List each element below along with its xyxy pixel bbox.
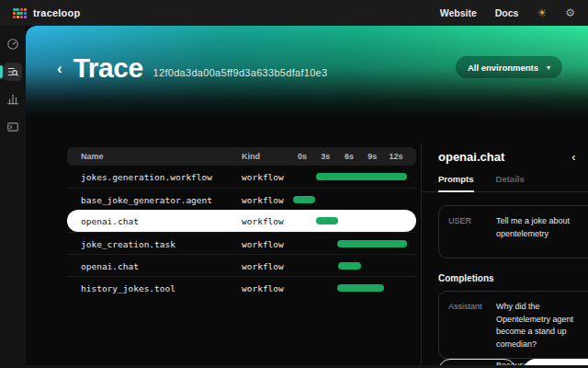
brand-name: traceloop [33,7,80,18]
sidebar-nav [0,26,26,368]
table-row[interactable]: jokes.generation.workflow workflow [67,166,416,188]
span-duration-track [293,189,409,211]
span-kind: workflow [242,283,284,293]
span-duration-bar [337,240,407,247]
content-row: Name Kind 0s 3s 6s 9s 12s jokes.generati… [51,144,588,368]
span-kind: workflow [242,195,284,205]
span-list-area: Name Kind 0s 3s 6s 9s 12s jokes.generati… [51,144,421,368]
span-duration-track [293,255,409,277]
sidebar-item-analytics[interactable] [4,90,22,109]
sidebar-item-traces[interactable] [4,63,22,81]
span-kind: workflow [242,261,284,271]
span-duration-bar [316,173,407,180]
span-name: jokes.generation.workflow [81,172,212,182]
span-table: Name Kind 0s 3s 6s 9s 12s jokes.generati… [67,147,416,298]
brand[interactable]: traceloop [13,7,80,18]
table-row[interactable]: openai.chat workflow [67,210,416,232]
chevron-down-icon: ▾ [547,63,550,72]
website-link[interactable]: Website [440,7,477,18]
tab-prompts[interactable]: Prompts [438,174,474,192]
table-row[interactable]: history_jokes.tool workflow [67,276,416,298]
span-table-header: Name Kind 0s 3s 6s 9s 12s [67,147,416,166]
bar-chart-icon [6,93,19,106]
theme-toggle-sun-icon[interactable]: ☀ [537,7,547,18]
time-tick: 6s [345,152,354,161]
completions-heading: Completions [438,273,588,283]
user-prompt-box: USER Tell me a joke about opentelemetry [438,205,588,259]
column-header-kind: Kind [242,152,260,161]
settings-gear-icon[interactable]: ⚙ [565,7,575,18]
assistant-completion-box: Assistant Why did the Opentelemetry agen… [438,291,588,359]
span-rows: jokes.generation.workflow workflow base_… [67,166,416,298]
span-name: joke_creation.task [81,239,175,249]
span-detail-panel: openai.chat ‹ › Prompts Details USER Tel… [421,144,588,368]
span-name: base_joke_generator.agent [81,195,212,205]
trace-header: ‹ Trace 12f0da3da00a5ff9d3a633b5dfaf10e3… [26,26,588,118]
span-kind: workflow [242,216,284,226]
time-axis: 0s 3s 6s 9s 12s [293,152,409,161]
span-name: openai.chat [81,261,139,271]
sidebar-item-dashboard[interactable] [4,35,22,53]
topbar-links: Website Docs ☀ ⚙ [440,7,575,18]
gauge-icon [6,38,19,51]
page-title: Trace [74,52,143,84]
span-duration-bar [337,284,384,292]
top-bar: traceloop Website Docs ☀ ⚙ [0,0,588,26]
span-duration-bar [293,196,315,203]
span-kind: workflow [242,172,284,182]
table-row[interactable]: base_joke_generator.agent workflow [67,188,416,210]
table-row[interactable]: joke_creation.task workflow [67,232,416,254]
time-tick: 12s [390,152,403,161]
prompt-role-label: USER [448,215,487,248]
span-duration-track [293,233,409,255]
completion-role-label: Assistant [448,301,487,349]
column-header-name: Name [81,152,104,161]
traceloop-logo-icon [13,8,27,18]
span-duration-track [293,166,409,188]
main-area: ‹ Trace 12f0da3da00a5ff9d3a633b5dfaf10e3… [26,26,588,368]
span-kind: workflow [242,239,284,249]
time-tick: 3s [321,152,330,161]
prompt-text: Tell me a joke about opentelemetry [496,215,588,248]
back-button[interactable]: ‹ [57,61,62,76]
span-duration-track [293,277,409,299]
detail-tabs: Prompts Details [422,174,588,192]
terminal-window-icon [6,121,19,133]
active-indicator [0,65,3,78]
app-window: traceloop Website Docs ☀ ⚙ [0,0,588,368]
table-row[interactable]: openai.chat workflow [67,254,416,276]
tab-details[interactable]: Details [496,174,525,191]
time-tick: 9s [368,152,377,161]
sidebar-item-playground[interactable] [4,118,22,136]
span-duration-bar [338,262,361,270]
environment-selector[interactable]: All environments ▾ [456,56,562,78]
completion-text: Why did the Opentelemetry agent become a… [496,301,588,349]
completion-paragraph: Why did the Opentelemetry agent become a… [496,301,588,351]
span-name: openai.chat [81,216,139,226]
trace-search-icon [6,65,19,78]
trace-id: 12f0da3da00a5ff9d3a633b5dfaf10e3 [153,67,328,78]
time-tick: 0s [298,152,307,161]
span-duration-bar [316,217,338,224]
docs-link[interactable]: Docs [495,7,519,18]
prev-span-button[interactable]: ‹ [571,151,575,163]
span-name: history_jokes.tool [81,283,175,293]
span-detail-title: openai.chat [438,150,504,164]
span-duration-track [293,210,409,232]
environment-selector-label: All environments [468,63,538,73]
